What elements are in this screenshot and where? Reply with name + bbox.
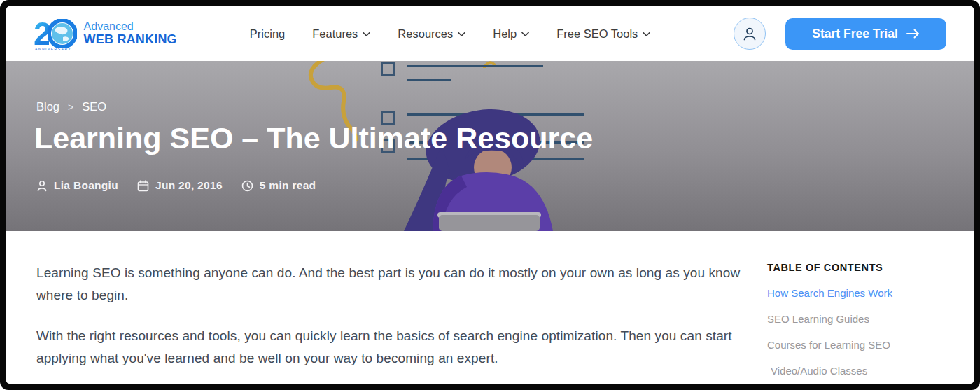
nav-label: Help [493, 27, 517, 41]
start-free-trial-button[interactable]: Start Free Trial [785, 18, 946, 50]
page-title: Learning SEO – The Ultimate Resource [34, 121, 593, 155]
hero-copy: Blog > SEO Learning SEO – The Ultimate R… [6, 61, 974, 231]
account-button[interactable] [734, 18, 766, 50]
logo[interactable]: 2 ANNIVERSARY Advanced WEB RANKING [34, 15, 177, 52]
nav-item-resources[interactable]: Resources [398, 27, 465, 41]
arrow-right-icon [906, 29, 920, 39]
nav-label: Pricing [250, 27, 285, 41]
nav-label: Free SEO Tools [556, 27, 638, 41]
content-area: Learning SEO is something anyone can do.… [6, 231, 974, 384]
publish-date: Jun 20, 2016 [155, 179, 223, 192]
author-meta: Lia Boangiu [36, 179, 118, 192]
read-time: 5 min read [260, 179, 316, 192]
nav-item-features[interactable]: Features [312, 27, 370, 41]
logo-text: Advanced WEB RANKING [84, 21, 177, 46]
header-actions: Start Free Trial [734, 18, 946, 50]
toc-link[interactable]: Courses for Learning SEO [767, 339, 890, 351]
calendar-icon [137, 180, 149, 192]
cta-label: Start Free Trial [812, 27, 898, 41]
article-paragraph: Learning SEO is something anyone can do.… [36, 262, 743, 307]
globe-icon [48, 19, 77, 48]
chevron-down-icon [363, 32, 370, 37]
hero-banner: Blog > SEO Learning SEO – The Ultimate R… [6, 61, 974, 231]
toc-item-seo-learning-guides[interactable]: SEO Learning Guides [767, 313, 960, 325]
breadcrumb-separator: > [68, 102, 74, 113]
toc-link[interactable]: How Search Engines Work [767, 287, 892, 299]
nav-item-help[interactable]: Help [493, 27, 529, 41]
logo-anniversary-text: ANNIVERSARY [35, 47, 71, 51]
nav-item-pricing[interactable]: Pricing [250, 27, 285, 41]
toc-heading: TABLE OF CONTENTS [767, 262, 960, 273]
toc-link[interactable]: SEO Learning Guides [767, 313, 869, 325]
logo-number: 2 [34, 18, 49, 50]
breadcrumb-blog-link[interactable]: Blog [36, 100, 59, 113]
nav-label: Features [312, 27, 358, 41]
chevron-down-icon [458, 32, 465, 37]
chevron-down-icon [643, 32, 650, 37]
toc-item-courses-for-learning-seo[interactable]: Courses for Learning SEO [767, 339, 960, 351]
screenshot-frame: 2 ANNIVERSARY Advanced WEB RANKING [0, 0, 980, 390]
author-icon [36, 180, 48, 192]
read-time-meta: 5 min read [241, 179, 316, 192]
logo-line2: WEB RANKING [84, 33, 177, 46]
logo-mark: 2 ANNIVERSARY [34, 15, 77, 52]
site-header: 2 ANNIVERSARY Advanced WEB RANKING [6, 6, 974, 61]
main-nav: Pricing Features Resources Help Free SEO… [250, 27, 651, 41]
page: 2 ANNIVERSARY Advanced WEB RANKING [6, 6, 974, 384]
clock-icon [241, 180, 253, 192]
chevron-down-icon [522, 32, 529, 37]
breadcrumb: Blog > SEO [36, 100, 106, 113]
post-meta: Lia Boangiu Jun 20, 2016 [36, 179, 316, 192]
nav-label: Resources [398, 27, 453, 41]
logo-line1: Advanced [84, 21, 177, 33]
nav-item-free-seo-tools[interactable]: Free SEO Tools [556, 27, 650, 41]
user-icon [742, 26, 757, 41]
toc-link[interactable]: Video/Audio Classes [771, 365, 867, 377]
toc-item-video-audio-classes[interactable]: Video/Audio Classes [767, 365, 960, 377]
article-paragraph: With the right resources and tools, you … [36, 325, 743, 370]
author-name: Lia Boangiu [54, 179, 118, 192]
table-of-contents: TABLE OF CONTENTS How Search Engines Wor… [767, 262, 960, 377]
article-body: Learning SEO is something anyone can do.… [36, 262, 743, 384]
date-meta: Jun 20, 2016 [137, 179, 223, 192]
toc-item-how-search-engines-work[interactable]: How Search Engines Work [767, 287, 960, 299]
breadcrumb-seo-link[interactable]: SEO [82, 100, 106, 113]
